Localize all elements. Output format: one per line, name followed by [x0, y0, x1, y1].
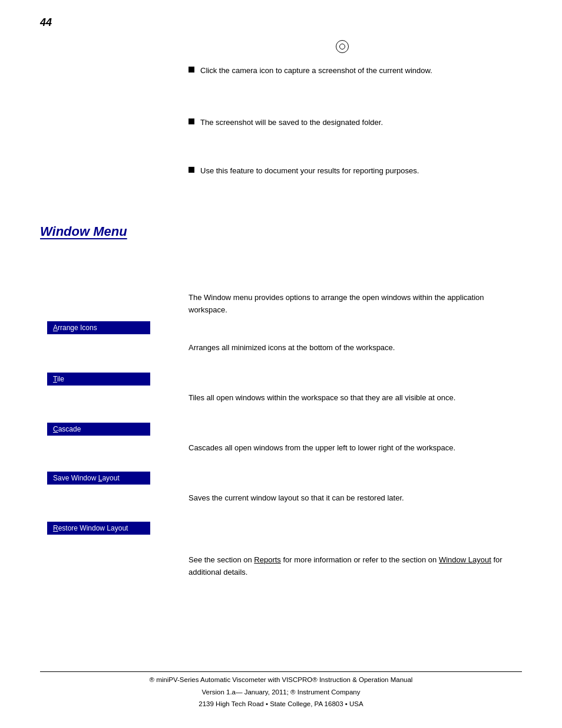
cascade-label-rest: ascade — [58, 425, 81, 433]
restore-layout-label-rest: estore Window Layout — [58, 524, 128, 532]
arrange-icons-label: Arrange Icons — [53, 324, 97, 332]
bullet-square-2 — [189, 118, 194, 124]
bullet-item-2: The screenshot will be saved to the desi… — [189, 117, 530, 129]
restore-layout-note: See the section on Reports for more info… — [189, 554, 524, 579]
bullet-text-2: The screenshot will be saved to the desi… — [200, 117, 383, 129]
page-number: 44 — [40, 17, 52, 29]
bullet-square-3 — [189, 167, 194, 173]
footer-divider — [40, 671, 522, 672]
tile-button[interactable]: Tile — [47, 373, 150, 386]
note-link-window-layout: Window Layout — [439, 555, 491, 564]
cascade-label: Cascade — [53, 425, 81, 433]
bullet-item-3: Use this feature to document your result… — [189, 165, 530, 177]
note-link-reports: Reports — [254, 555, 281, 564]
restore-window-layout-button[interactable]: Restore Window Layout — [47, 522, 150, 535]
arrange-icons-label-rest: rrange Icons — [58, 324, 97, 332]
tile-description: Tiles all open windows within the worksp… — [189, 392, 524, 404]
arrange-icons-underline-char: A — [53, 324, 58, 332]
cascade-description: Cascades all open windows from the upper… — [189, 442, 524, 454]
note-text-prefix: See the section on — [189, 555, 254, 564]
tile-underline-char: T — [53, 375, 57, 383]
cascade-button[interactable]: Cascade — [47, 423, 150, 436]
save-layout-description: Saves the current window layout so that … — [189, 492, 524, 505]
bullet-square-1 — [189, 67, 194, 73]
bullet-text-1: Click the camera icon to capture a scree… — [200, 65, 432, 77]
tile-label-rest: ile — [57, 375, 64, 383]
cascade-underline-char: C — [53, 425, 58, 433]
camera-icon — [336, 40, 349, 53]
tile-label: Tile — [53, 375, 64, 383]
arrange-icons-button[interactable]: Arrange Icons — [47, 321, 150, 334]
section-intro-text: The Window menu provides options to arra… — [189, 292, 524, 317]
restore-layout-label: Restore Window Layout — [53, 524, 128, 532]
save-layout-label: Save Window Layout — [53, 474, 120, 482]
arrange-icons-description: Arranges all minimized icons at the bott… — [189, 342, 524, 354]
bullet-item-1: Click the camera icon to capture a scree… — [189, 65, 530, 77]
note-text-middle: for more information or refer to the sec… — [281, 555, 439, 564]
footer-line1: ® miniPV-Series Automatic Viscometer wit… — [0, 674, 562, 686]
save-layout-label-rest: ayout — [102, 474, 119, 482]
restore-layout-underline-char: R — [53, 524, 58, 532]
footer-line3: 2139 High Tech Road • State College, PA … — [0, 698, 562, 710]
window-menu-heading: Window Menu — [40, 224, 127, 239]
bullet-text-3: Use this feature to document your result… — [200, 165, 419, 177]
save-window-layout-button[interactable]: Save Window Layout — [47, 472, 150, 485]
footer-line2: Version 1.a— January, 2011; ® Instrument… — [0, 686, 562, 699]
footer-text: ® miniPV-Series Automatic Viscometer wit… — [0, 674, 562, 710]
